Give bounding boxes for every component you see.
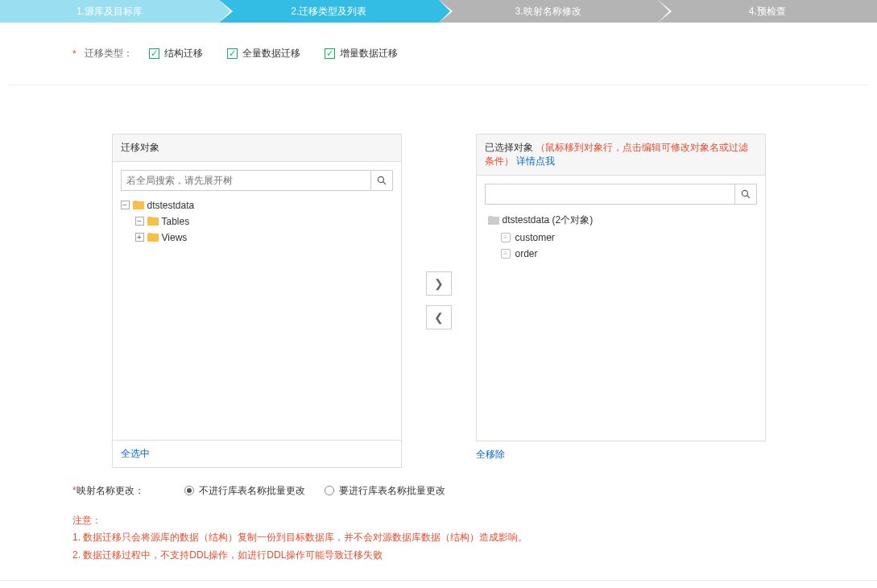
search-icon bbox=[377, 176, 387, 185]
move-left-button[interactable]: ❮ bbox=[426, 305, 452, 329]
target-tree: dtstestdata (2个对象) ≡ customer ≡ order bbox=[485, 211, 757, 262]
table-icon: ≡ bbox=[501, 233, 511, 242]
checkbox-incremental-label: 增量数据迁移 bbox=[340, 47, 398, 60]
checkbox-full-label: 全量数据迁移 bbox=[242, 47, 300, 60]
stepper: 1.源库及目标库 2.迁移类型及列表 3.映射名称修改 4.预检查 bbox=[0, 0, 877, 23]
target-detail-link[interactable]: 详情点我 bbox=[516, 155, 555, 167]
source-select-all-link[interactable]: 全选中 bbox=[113, 440, 401, 467]
rename-row: *映射名称更改： 不进行库表名称批量更改 要进行库表名称批量更改 bbox=[8, 476, 869, 498]
target-remove-all-link[interactable]: 全移除 bbox=[476, 441, 766, 468]
notice-line-2: 2. 数据迁移过程中，不支持DDL操作，如进行DDL操作可能导致迁移失败 bbox=[72, 547, 805, 565]
source-search-button[interactable] bbox=[370, 170, 393, 191]
required-asterisk: * bbox=[72, 48, 77, 60]
checkbox-full[interactable]: ✓ bbox=[227, 48, 238, 59]
folder-icon bbox=[147, 217, 159, 226]
tree-node-db[interactable]: − dtstestdata bbox=[121, 197, 393, 213]
chevron-left-icon: ❮ bbox=[434, 311, 444, 324]
checkbox-incremental[interactable]: ✓ bbox=[325, 48, 335, 59]
radio-no-rename[interactable] bbox=[184, 486, 194, 495]
tree-node-db[interactable]: dtstestdata (2个对象) bbox=[485, 211, 757, 230]
tree-node-label: Views bbox=[162, 232, 188, 243]
target-search-input[interactable] bbox=[485, 184, 734, 205]
target-search-button[interactable] bbox=[734, 184, 757, 205]
move-right-button[interactable]: ❯ bbox=[426, 271, 452, 296]
tree-node-label: dtstestdata (2个对象) bbox=[503, 213, 594, 227]
search-icon bbox=[741, 189, 751, 199]
rename-label: 映射名称更改： bbox=[77, 485, 144, 496]
checkbox-structure-label: 结构迁移 bbox=[164, 47, 203, 60]
source-tree: − dtstestdata − Tables + bbox=[121, 197, 393, 246]
radio-no-rename-label: 不进行库表名称批量更改 bbox=[199, 484, 305, 498]
step-1[interactable]: 1.源库及目标库 bbox=[0, 0, 219, 23]
target-panel-title: 已选择对象 bbox=[485, 142, 533, 153]
notice-line-1: 1. 数据迁移只会将源库的数据（结构）复制一份到目标数据库，并不会对源数据库数据… bbox=[72, 529, 805, 547]
dual-panel: 迁移对象 − dtstestdata bbox=[8, 101, 869, 476]
source-panel: 迁移对象 − dtstestdata bbox=[112, 134, 402, 468]
checkbox-structure[interactable]: ✓ bbox=[149, 48, 159, 59]
tree-node-label: customer bbox=[515, 232, 555, 243]
footer: 取消 上一步 保存 预检查并启动 bbox=[0, 580, 877, 588]
folder-icon bbox=[133, 201, 144, 209]
tree-node-label: Tables bbox=[162, 216, 190, 227]
step-2[interactable]: 2.迁移类型及列表 bbox=[219, 0, 438, 23]
transfer-buttons: ❯ ❮ bbox=[426, 134, 452, 468]
tree-node-order[interactable]: ≡ order bbox=[485, 246, 757, 262]
notice-head: 注意： bbox=[72, 512, 805, 530]
expander-plus-icon[interactable]: + bbox=[135, 233, 144, 242]
tree-node-tables[interactable]: − Tables bbox=[121, 213, 393, 230]
migration-type-label: 迁移类型： bbox=[85, 47, 133, 60]
radio-yes-rename[interactable] bbox=[325, 486, 334, 495]
folder-icon bbox=[488, 216, 499, 225]
target-panel-head: 已选择对象 （鼠标移到对象行，点击编辑可修改对象名或过滤条件） 详情点我 bbox=[476, 134, 766, 176]
folder-icon bbox=[147, 233, 159, 242]
tree-node-label: dtstestdata bbox=[147, 200, 195, 211]
source-search-input[interactable] bbox=[121, 170, 370, 191]
radio-yes-rename-label: 要进行库表名称批量更改 bbox=[339, 484, 445, 498]
expander-minus-icon[interactable]: − bbox=[121, 201, 130, 209]
target-panel: 已选择对象 （鼠标移到对象行，点击编辑可修改对象名或过滤条件） 详情点我 bbox=[476, 134, 766, 468]
tree-node-views[interactable]: + Views bbox=[121, 230, 393, 246]
step-3[interactable]: 3.映射名称修改 bbox=[439, 0, 658, 23]
notice-block: 注意： 1. 数据迁移只会将源库的数据（结构）复制一份到目标数据库，并不会对源数… bbox=[8, 498, 869, 565]
chevron-right-icon: ❯ bbox=[434, 277, 444, 290]
migration-type-row: * 迁移类型： ✓ 结构迁移 ✓ 全量数据迁移 ✓ 增量数据迁移 bbox=[8, 47, 869, 85]
expander-minus-icon[interactable]: − bbox=[135, 217, 144, 226]
tree-node-label: order bbox=[515, 248, 538, 259]
step-4[interactable]: 4.预检查 bbox=[658, 0, 877, 23]
table-icon: ≡ bbox=[501, 249, 511, 259]
tree-node-customer[interactable]: ≡ customer bbox=[485, 230, 757, 246]
source-panel-head: 迁移对象 bbox=[113, 135, 401, 162]
